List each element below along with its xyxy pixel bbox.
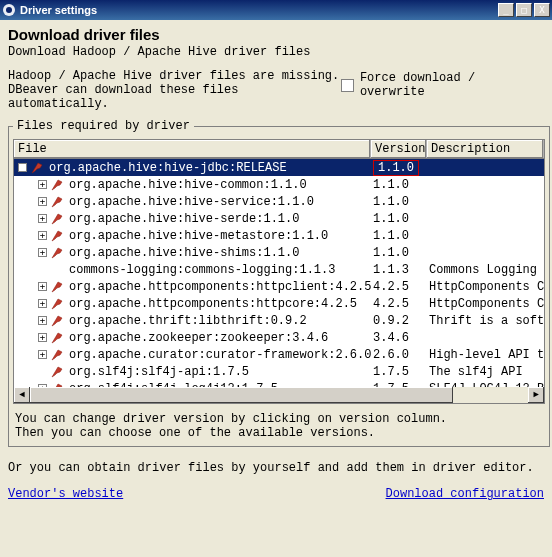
expand-icon[interactable]: +: [38, 248, 47, 257]
version-cell[interactable]: 1.1.3: [371, 263, 427, 277]
feather-icon: [51, 315, 65, 327]
title-bar: Driver settings _ □ X: [0, 0, 552, 20]
table-row[interactable]: -org.apache.hive:hive-jdbc:RELEASE1.1.0: [14, 159, 544, 176]
file-name: org.apache.hive:hive-metastore:1.1.0: [69, 229, 328, 243]
feather-icon: [51, 247, 65, 259]
scroll-left-button[interactable]: ◄: [14, 387, 30, 403]
table-row[interactable]: commons-logging:commons-logging:1.1.31.1…: [14, 261, 544, 278]
table-row[interactable]: +org.apache.curator:curator-framework:2.…: [14, 346, 544, 363]
window-title: Driver settings: [20, 4, 498, 16]
table-row[interactable]: +org.apache.hive:hive-metastore:1.1.01.1…: [14, 227, 544, 244]
file-name: org.apache.hive:hive-common:1.1.0: [69, 178, 307, 192]
table-row[interactable]: org.slf4j:slf4j-api:1.7.51.7.5The slf4j …: [14, 363, 544, 380]
grid-body: -org.apache.hive:hive-jdbc:RELEASE1.1.0+…: [14, 159, 544, 397]
vendor-website-link[interactable]: Vendor's website: [8, 487, 123, 501]
table-row[interactable]: +org.apache.thrift:libthrift:0.9.20.9.2T…: [14, 312, 544, 329]
file-cell: +org.apache.thrift:libthrift:0.9.2: [14, 314, 371, 328]
page-subtitle: Download Hadoop / Apache Hive driver fil…: [8, 45, 544, 59]
force-download-checkbox[interactable]: [341, 79, 354, 92]
missing-line-2: DBeaver can download these files automat…: [8, 83, 341, 111]
file-name: org.apache.httpcomponents:httpclient:4.2…: [69, 280, 371, 294]
version-cell[interactable]: 0.9.2: [371, 314, 427, 328]
file-name: commons-logging:commons-logging:1.1.3: [69, 263, 335, 277]
table-row[interactable]: +org.apache.hive:hive-service:1.1.01.1.0: [14, 193, 544, 210]
file-name: org.apache.hive:hive-shims:1.1.0: [69, 246, 299, 260]
feather-icon: [51, 230, 65, 242]
file-name: org.slf4j:slf4j-api:1.7.5: [69, 365, 249, 379]
table-row[interactable]: +org.apache.hive:hive-serde:1.1.01.1.0: [14, 210, 544, 227]
expand-icon[interactable]: +: [38, 316, 47, 325]
scroll-thumb[interactable]: [30, 387, 453, 403]
files-legend: Files required by driver: [13, 119, 194, 133]
file-name: org.apache.zookeeper:zookeeper:3.4.6: [69, 331, 328, 345]
download-configuration-link[interactable]: Download configuration: [386, 487, 544, 501]
version-cell[interactable]: 1.1.0: [371, 212, 427, 226]
expand-icon[interactable]: +: [38, 299, 47, 308]
scroll-track[interactable]: [30, 387, 528, 403]
table-row[interactable]: +org.apache.zookeeper:zookeeper:3.4.63.4…: [14, 329, 544, 346]
file-name: org.apache.hive:hive-service:1.1.0: [69, 195, 314, 209]
version-hint: You can change driver version by clickin…: [13, 410, 545, 442]
collapse-icon[interactable]: -: [18, 163, 27, 172]
expand-icon[interactable]: +: [38, 214, 47, 223]
table-row[interactable]: +org.apache.httpcomponents:httpcore:4.2.…: [14, 295, 544, 312]
version-cell[interactable]: 4.2.5: [371, 280, 427, 294]
expand-icon[interactable]: +: [38, 333, 47, 342]
description-cell: HttpComponents C: [427, 280, 544, 294]
scroll-right-button[interactable]: ►: [528, 387, 544, 403]
file-name: org.apache.hive:hive-jdbc:RELEASE: [49, 161, 287, 175]
close-button[interactable]: X: [534, 3, 550, 17]
version-cell[interactable]: 1.1.0: [371, 195, 427, 209]
file-name: org.apache.thrift:libthrift:0.9.2: [69, 314, 307, 328]
file-cell: -org.apache.hive:hive-jdbc:RELEASE: [14, 161, 371, 175]
version-cell[interactable]: 3.4.6: [371, 331, 427, 345]
expand-icon[interactable]: +: [38, 197, 47, 206]
version-cell[interactable]: 4.2.5: [371, 297, 427, 311]
file-name: org.apache.curator:curator-framework:2.6…: [69, 348, 371, 362]
version-cell[interactable]: 1.1.0: [371, 229, 427, 243]
feather-icon: [51, 298, 65, 310]
col-file[interactable]: File: [14, 140, 371, 158]
file-cell: +org.apache.hive:hive-shims:1.1.0: [14, 246, 371, 260]
horizontal-scrollbar[interactable]: ◄ ►: [14, 387, 544, 403]
svg-point-1: [6, 7, 12, 13]
description-cell: The slf4j API: [427, 365, 544, 379]
version-cell[interactable]: 1.7.5: [371, 365, 427, 379]
force-download-label: Force download / overwrite: [360, 71, 544, 99]
force-download-option[interactable]: Force download / overwrite: [341, 71, 544, 99]
file-cell: +org.apache.httpcomponents:httpclient:4.…: [14, 280, 371, 294]
file-cell: +org.apache.hive:hive-service:1.1.0: [14, 195, 371, 209]
feather-icon: [51, 196, 65, 208]
table-row[interactable]: +org.apache.hive:hive-shims:1.1.01.1.0: [14, 244, 544, 261]
file-cell: org.slf4j:slf4j-api:1.7.5: [14, 365, 371, 379]
version-cell[interactable]: 2.6.0: [371, 348, 427, 362]
feather-icon: [51, 332, 65, 344]
feather-icon: [51, 179, 65, 191]
table-row[interactable]: +org.apache.hive:hive-common:1.1.01.1.0: [14, 176, 544, 193]
files-fieldset: Files required by driver File Version De…: [8, 119, 550, 447]
expand-icon[interactable]: +: [38, 282, 47, 291]
col-description[interactable]: Description: [427, 140, 544, 158]
table-row[interactable]: +org.apache.httpcomponents:httpclient:4.…: [14, 278, 544, 295]
col-version[interactable]: Version: [371, 140, 427, 158]
expand-icon[interactable]: +: [38, 350, 47, 359]
description-cell: Thrift is a soft: [427, 314, 544, 328]
expand-icon[interactable]: +: [38, 180, 47, 189]
feather-icon: [51, 366, 65, 378]
file-name: org.apache.httpcomponents:httpcore:4.2.5: [69, 297, 357, 311]
expand-icon[interactable]: +: [38, 231, 47, 240]
file-cell: commons-logging:commons-logging:1.1.3: [14, 263, 371, 277]
maximize-button[interactable]: □: [516, 3, 532, 17]
version-cell[interactable]: 1.1.0: [371, 160, 427, 176]
version-cell[interactable]: 1.1.0: [371, 246, 427, 260]
missing-line-1: Hadoop / Apache Hive driver files are mi…: [8, 69, 341, 83]
obtain-text: Or you can obtain driver files by yourse…: [8, 461, 544, 475]
file-cell: +org.apache.zookeeper:zookeeper:3.4.6: [14, 331, 371, 345]
description-cell: Commons Logging: [427, 263, 544, 277]
version-cell[interactable]: 1.1.0: [371, 178, 427, 192]
file-cell: +org.apache.hive:hive-metastore:1.1.0: [14, 229, 371, 243]
feather-icon: [51, 281, 65, 293]
file-name: org.apache.hive:hive-serde:1.1.0: [69, 212, 299, 226]
file-cell: +org.apache.hive:hive-serde:1.1.0: [14, 212, 371, 226]
minimize-button[interactable]: _: [498, 3, 514, 17]
